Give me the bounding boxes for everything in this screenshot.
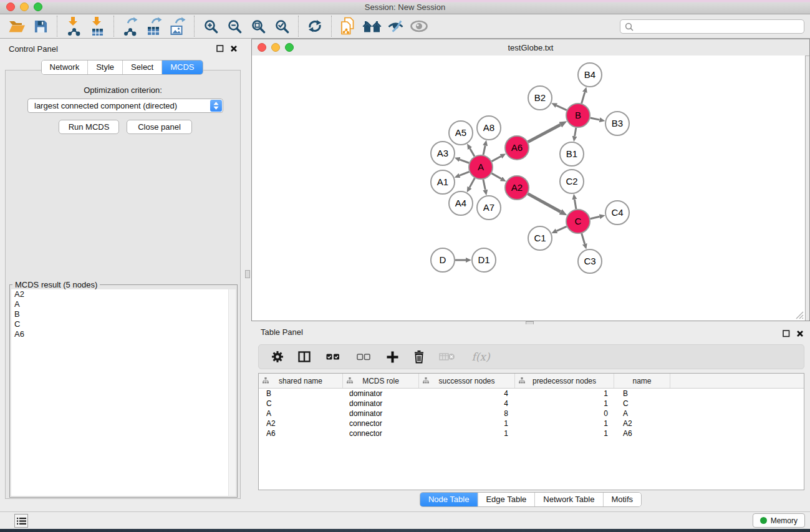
result-list-item[interactable]: A6 xyxy=(11,329,236,339)
graph-edge-A-A5[interactable] xyxy=(470,148,475,157)
table-cell[interactable]: dominator xyxy=(343,409,419,418)
vertical-split-handle[interactable] xyxy=(245,270,250,278)
import-network-button[interactable] xyxy=(62,16,85,37)
table-row[interactable]: A2connector11A2 xyxy=(259,418,804,428)
column-header-shared-name[interactable]: shared name xyxy=(259,374,343,388)
table-cell[interactable]: 8 xyxy=(419,409,515,418)
table-row[interactable]: Bdominator41B xyxy=(259,389,804,399)
graph-node-A5[interactable]: A5 xyxy=(449,121,473,145)
save-session-button[interactable] xyxy=(29,16,52,37)
table-cell[interactable]: A6 xyxy=(259,428,343,438)
graph-edge-C-C2[interactable] xyxy=(574,200,576,210)
tab-motifs[interactable]: Motifs xyxy=(602,493,641,506)
graph-edge-A-A8[interactable] xyxy=(483,145,485,155)
tab-mcds[interactable]: MCDS xyxy=(162,60,202,74)
table-cell[interactable]: A6 xyxy=(614,428,670,438)
home-view-button[interactable] xyxy=(360,16,383,37)
result-list-item[interactable]: A xyxy=(11,299,236,309)
table-cell[interactable]: connector xyxy=(343,418,419,428)
memory-button[interactable]: Memory xyxy=(753,513,805,528)
resize-grip-icon[interactable] xyxy=(795,311,804,319)
result-list-item[interactable]: B xyxy=(11,309,236,319)
graph-edge-A-A1[interactable] xyxy=(460,172,469,175)
table-row[interactable]: Cdominator41C xyxy=(259,399,804,409)
graph-node-C4[interactable]: C4 xyxy=(605,201,629,225)
graph-edge-A6-B[interactable] xyxy=(528,125,561,142)
graph-node-A4[interactable]: A4 xyxy=(449,191,473,215)
table-cell[interactable]: 1 xyxy=(515,428,614,438)
criterion-dropdown[interactable]: largest connected component (directed) xyxy=(27,99,223,113)
task-history-button[interactable] xyxy=(14,514,28,528)
deselect-all-button[interactable] xyxy=(354,349,374,365)
result-list-item[interactable]: A2 xyxy=(11,289,236,299)
table-cell[interactable]: 1 xyxy=(419,418,515,428)
open-session-button[interactable] xyxy=(5,16,29,37)
column-header-successor-nodes[interactable]: successor nodes xyxy=(419,374,515,388)
zoom-selected-button[interactable] xyxy=(270,16,294,37)
table-cell[interactable]: C xyxy=(614,399,670,409)
delete-columns-button[interactable] xyxy=(411,349,427,365)
import-table-button[interactable] xyxy=(85,16,109,37)
graph-edge-B-B3[interactable] xyxy=(591,118,600,120)
graph-node-A3[interactable]: A3 xyxy=(431,142,455,165)
result-list-scrollbar[interactable] xyxy=(228,289,236,496)
network-canvas[interactable]: AA1A2A3A4A5A6A7A8BB1B2B3B4CC1C2C3C4DD1 xyxy=(252,56,806,321)
float-panel-icon[interactable] xyxy=(783,330,790,337)
export-table-button[interactable] xyxy=(142,16,166,37)
zoom-out-button[interactable] xyxy=(223,16,246,37)
graph-node-A1[interactable]: A1 xyxy=(431,170,455,194)
graph-edge-A-A4[interactable] xyxy=(470,178,475,188)
table-cell[interactable]: A2 xyxy=(614,418,670,428)
tab-network[interactable]: Network xyxy=(41,60,87,74)
table-cell[interactable]: A2 xyxy=(259,418,343,428)
column-header-predecessor-nodes[interactable]: predecessor nodes xyxy=(515,374,614,388)
table-cell[interactable]: 0 xyxy=(515,409,614,418)
tab-node-table[interactable]: Node Table xyxy=(420,493,478,506)
table-cell[interactable]: B xyxy=(259,389,343,399)
table-cell[interactable]: dominator xyxy=(343,389,419,399)
float-panel-icon[interactable] xyxy=(216,45,224,52)
column-header-name[interactable]: name xyxy=(614,374,670,388)
select-all-button[interactable] xyxy=(323,349,343,365)
table-cell[interactable]: connector xyxy=(343,428,419,438)
table-cell[interactable]: 1 xyxy=(515,399,614,409)
graph-node-A6[interactable]: A6 xyxy=(505,136,529,160)
table-cell[interactable]: A xyxy=(259,409,343,418)
delete-table-button[interactable] xyxy=(438,349,456,365)
graph-node-A8[interactable]: A8 xyxy=(477,116,501,140)
add-column-button[interactable] xyxy=(384,349,400,365)
table-settings-button[interactable] xyxy=(269,349,286,365)
refresh-button[interactable] xyxy=(303,16,327,37)
tab-select[interactable]: Select xyxy=(122,60,162,74)
graph-edge-C-C4[interactable] xyxy=(591,216,600,218)
show-all-button[interactable] xyxy=(407,16,431,37)
table-cell[interactable]: A xyxy=(614,409,670,418)
graph-edge-A-A3[interactable] xyxy=(460,160,469,163)
hide-others-button[interactable] xyxy=(383,16,407,37)
table-cell[interactable]: C xyxy=(259,399,343,409)
tab-style[interactable]: Style xyxy=(87,60,122,74)
table-cell[interactable]: 4 xyxy=(419,399,515,409)
graph-edge-A-A7[interactable] xyxy=(483,180,485,190)
graph-edge-C-C3[interactable] xyxy=(582,233,585,244)
graph-edge-A2-C[interactable] xyxy=(528,194,561,212)
graph-node-C2[interactable]: C2 xyxy=(560,170,584,193)
graph-edge-B-B4[interactable] xyxy=(582,92,585,104)
graph-node-B[interactable]: B xyxy=(566,104,590,127)
table-row[interactable]: Adominator80A xyxy=(259,409,804,418)
export-image-button[interactable] xyxy=(166,16,190,37)
table-cell[interactable]: B xyxy=(614,389,670,399)
graph-node-C3[interactable]: C3 xyxy=(578,249,602,273)
close-panel-icon[interactable] xyxy=(796,330,804,337)
tab-edge-table[interactable]: Edge Table xyxy=(477,493,534,506)
export-network-button[interactable] xyxy=(118,16,142,37)
zoom-in-button[interactable] xyxy=(199,16,223,37)
graph-node-C[interactable]: C xyxy=(566,210,590,233)
search-input[interactable] xyxy=(637,22,804,32)
graph-edge-A-A6[interactable] xyxy=(492,157,501,162)
graph-edge-B-B1[interactable] xyxy=(575,128,576,137)
graph-node-C1[interactable]: C1 xyxy=(528,226,552,250)
result-list-item[interactable]: C xyxy=(11,319,236,329)
close-panel-button[interactable]: Close panel xyxy=(127,120,192,134)
column-header-mcds-role[interactable]: MCDS role xyxy=(343,374,419,388)
